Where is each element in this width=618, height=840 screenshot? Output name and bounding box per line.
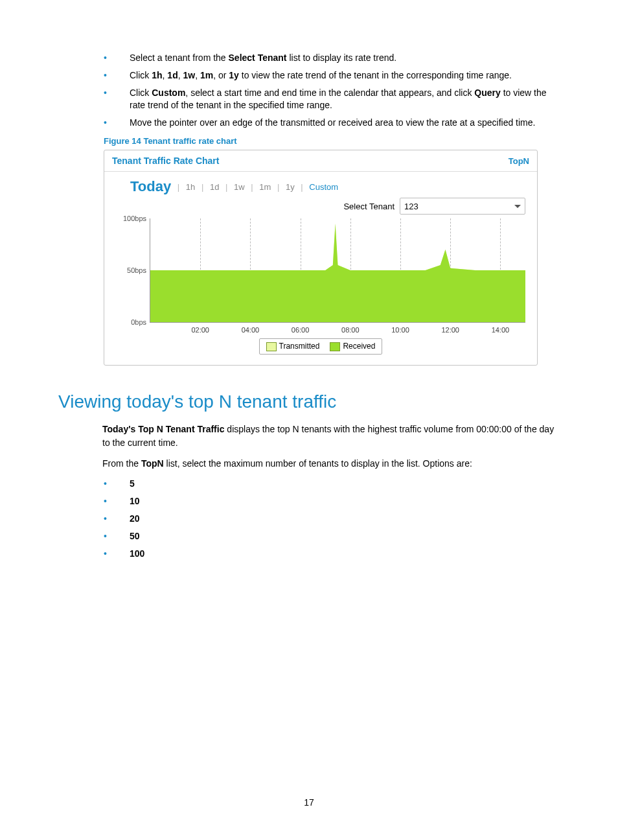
separator: | [201, 182, 203, 192]
chevron-down-icon [514, 205, 521, 208]
option: 50 [130, 531, 140, 541]
list-item: 50 [104, 530, 560, 542]
text: Select a tenant from the [130, 52, 229, 63]
tab-custom[interactable]: Custom [309, 182, 338, 192]
options-list: 5 10 20 50 100 [58, 478, 560, 559]
legend: Transmitted Received [259, 338, 383, 355]
figure-caption: Figure 14 Tenant traffic rate chart [104, 136, 560, 146]
separator: | [277, 182, 279, 192]
list-item: 10 [104, 495, 560, 508]
x-tick-label: 12:00 [441, 326, 459, 334]
topn-link[interactable]: TopN [509, 156, 529, 166]
y-tick-label: 50bps [113, 266, 146, 274]
list-item: 5 [104, 478, 560, 490]
legend-label: Transmitted [279, 342, 320, 351]
paragraph: Today's Top N Tenant Traffic displays th… [102, 423, 560, 449]
tenant-select-row: Select Tenant 123 [104, 195, 537, 218]
x-tick-label: 08:00 [341, 326, 360, 334]
tab-1h[interactable]: 1h [186, 182, 195, 192]
swatch-icon [330, 342, 340, 351]
swatch-icon [266, 342, 277, 351]
section-heading: Viewing today's top N tenant traffic [58, 391, 560, 412]
bold: Today's Top N Tenant Traffic [102, 424, 224, 434]
list-item: 20 [104, 513, 560, 525]
text: From the [102, 458, 141, 469]
tab-1d[interactable]: 1d [210, 182, 219, 192]
text: list to display its rate trend. [287, 52, 397, 63]
plot: 0bps50bps100bps02:0004:0006:0008:0010:00… [150, 218, 525, 323]
x-tick-label: 04:00 [242, 326, 260, 334]
text: Move the pointer over an edge of the tra… [130, 117, 535, 128]
x-tick-label: 10:00 [391, 326, 409, 334]
option: 10 [130, 496, 140, 506]
tenant-label: Select Tenant [343, 202, 395, 211]
tab-today[interactable]: Today [130, 178, 171, 194]
chart-panel: Tenant Traffic Rate Chart TopN Today | 1… [104, 150, 538, 366]
legend-item-received: Received [330, 342, 375, 351]
separator: | [301, 182, 303, 192]
x-tick-label: 14:00 [492, 326, 510, 334]
option: 5 [130, 478, 135, 489]
option: 100 [130, 548, 144, 559]
panel-header: Tenant Traffic Rate Chart TopN [104, 150, 537, 172]
bold: Select Tenant [229, 52, 287, 63]
list-item: Click Custom, select a start time and en… [104, 87, 560, 111]
bold: TopN [141, 458, 164, 469]
legend-label: Received [343, 342, 375, 351]
x-tick-label: 02:00 [191, 326, 209, 334]
tab-1m[interactable]: 1m [259, 182, 271, 192]
separator: | [177, 182, 179, 192]
option: 20 [130, 513, 140, 524]
y-tick-label: 0bps [113, 318, 146, 326]
tab-1y[interactable]: 1y [286, 182, 295, 192]
separator: | [251, 182, 253, 192]
list-item: 100 [104, 548, 560, 560]
paragraph: From the TopN list, select the maximum n… [102, 457, 560, 470]
x-tick-label: 06:00 [292, 326, 310, 334]
tab-1w[interactable]: 1w [234, 182, 245, 192]
separator: | [225, 182, 227, 192]
list-item: Select a tenant from the Select Tenant l… [104, 52, 560, 64]
tenant-select[interactable]: 123 [400, 198, 525, 215]
list-item: Click 1h, 1d, 1w, 1m, or 1y to view the … [104, 69, 560, 82]
instruction-list: Select a tenant from the Select Tenant l… [58, 52, 560, 128]
page-number: 17 [0, 797, 618, 808]
time-range-tabs: Today | 1h | 1d | 1w | 1m | 1y | Custom [104, 172, 537, 195]
panel-title: Tenant Traffic Rate Chart [112, 156, 219, 166]
y-tick-label: 100bps [113, 215, 146, 222]
list-item: Move the pointer over an edge of the tra… [104, 117, 560, 129]
text: list, select the maximum number of tenan… [164, 458, 472, 469]
tenant-value: 123 [404, 202, 418, 211]
legend-item-transmitted: Transmitted [266, 342, 320, 351]
chart-area: 0bps50bps100bps02:0004:0006:0008:0010:00… [104, 218, 537, 365]
